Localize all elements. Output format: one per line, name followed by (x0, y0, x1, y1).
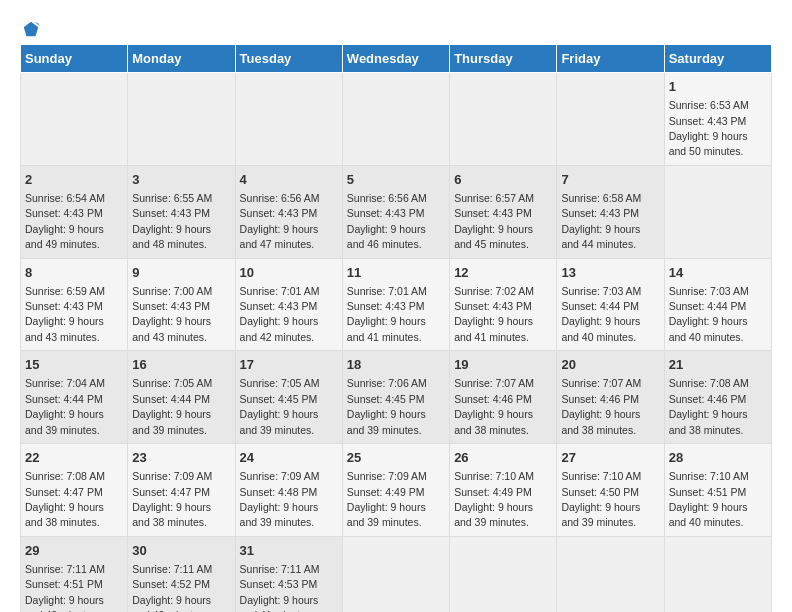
calendar-day-11: 11Sunrise: 7:01 AMSunset: 4:43 PMDayligh… (342, 258, 449, 351)
calendar-day-7: 7Sunrise: 6:58 AMSunset: 4:43 PMDaylight… (557, 165, 664, 258)
svg-marker-0 (24, 22, 38, 36)
calendar-day-3: 3Sunrise: 6:55 AMSunset: 4:43 PMDaylight… (128, 165, 235, 258)
calendar-day-12: 12Sunrise: 7:02 AMSunset: 4:43 PMDayligh… (450, 258, 557, 351)
calendar-day-25: 25Sunrise: 7:09 AMSunset: 4:49 PMDayligh… (342, 444, 449, 537)
column-header-saturday: Saturday (664, 45, 771, 73)
page-header (20, 20, 772, 34)
empty-cell (21, 73, 128, 166)
empty-cell (235, 73, 342, 166)
calendar-day-5: 5Sunrise: 6:56 AMSunset: 4:43 PMDaylight… (342, 165, 449, 258)
empty-cell (342, 73, 449, 166)
calendar-week-2: 2Sunrise: 6:54 AMSunset: 4:43 PMDaylight… (21, 165, 772, 258)
calendar-day-21: 21Sunrise: 7:08 AMSunset: 4:46 PMDayligh… (664, 351, 771, 444)
logo-icon (22, 20, 40, 38)
empty-cell (557, 536, 664, 612)
calendar-day-29: 29Sunrise: 7:11 AMSunset: 4:51 PMDayligh… (21, 536, 128, 612)
calendar-day-28: 28Sunrise: 7:10 AMSunset: 4:51 PMDayligh… (664, 444, 771, 537)
calendar-week-6: 29Sunrise: 7:11 AMSunset: 4:51 PMDayligh… (21, 536, 772, 612)
calendar-day-14: 14Sunrise: 7:03 AMSunset: 4:44 PMDayligh… (664, 258, 771, 351)
calendar-day-19: 19Sunrise: 7:07 AMSunset: 4:46 PMDayligh… (450, 351, 557, 444)
calendar-day-2: 2Sunrise: 6:54 AMSunset: 4:43 PMDaylight… (21, 165, 128, 258)
calendar-day-4: 4Sunrise: 6:56 AMSunset: 4:43 PMDaylight… (235, 165, 342, 258)
calendar-day-22: 22Sunrise: 7:08 AMSunset: 4:47 PMDayligh… (21, 444, 128, 537)
empty-cell (664, 536, 771, 612)
calendar-week-4: 15Sunrise: 7:04 AMSunset: 4:44 PMDayligh… (21, 351, 772, 444)
calendar-week-3: 8Sunrise: 6:59 AMSunset: 4:43 PMDaylight… (21, 258, 772, 351)
column-header-monday: Monday (128, 45, 235, 73)
calendar-day-9: 9Sunrise: 7:00 AMSunset: 4:43 PMDaylight… (128, 258, 235, 351)
calendar-day-17: 17Sunrise: 7:05 AMSunset: 4:45 PMDayligh… (235, 351, 342, 444)
calendar-day-24: 24Sunrise: 7:09 AMSunset: 4:48 PMDayligh… (235, 444, 342, 537)
calendar-header-row: SundayMondayTuesdayWednesdayThursdayFrid… (21, 45, 772, 73)
calendar-day-15: 15Sunrise: 7:04 AMSunset: 4:44 PMDayligh… (21, 351, 128, 444)
empty-cell (664, 165, 771, 258)
calendar-day-18: 18Sunrise: 7:06 AMSunset: 4:45 PMDayligh… (342, 351, 449, 444)
calendar-day-23: 23Sunrise: 7:09 AMSunset: 4:47 PMDayligh… (128, 444, 235, 537)
calendar-day-31: 31Sunrise: 7:11 AMSunset: 4:53 PMDayligh… (235, 536, 342, 612)
empty-cell (450, 536, 557, 612)
logo (20, 20, 40, 34)
calendar-day-30: 30Sunrise: 7:11 AMSunset: 4:52 PMDayligh… (128, 536, 235, 612)
column-header-friday: Friday (557, 45, 664, 73)
calendar-day-16: 16Sunrise: 7:05 AMSunset: 4:44 PMDayligh… (128, 351, 235, 444)
empty-cell (450, 73, 557, 166)
column-header-tuesday: Tuesday (235, 45, 342, 73)
calendar-day-20: 20Sunrise: 7:07 AMSunset: 4:46 PMDayligh… (557, 351, 664, 444)
calendar-day-27: 27Sunrise: 7:10 AMSunset: 4:50 PMDayligh… (557, 444, 664, 537)
calendar-day-1: 1Sunrise: 6:53 AMSunset: 4:43 PMDaylight… (664, 73, 771, 166)
empty-cell (128, 73, 235, 166)
calendar-day-10: 10Sunrise: 7:01 AMSunset: 4:43 PMDayligh… (235, 258, 342, 351)
calendar-week-5: 22Sunrise: 7:08 AMSunset: 4:47 PMDayligh… (21, 444, 772, 537)
calendar-day-6: 6Sunrise: 6:57 AMSunset: 4:43 PMDaylight… (450, 165, 557, 258)
calendar-day-13: 13Sunrise: 7:03 AMSunset: 4:44 PMDayligh… (557, 258, 664, 351)
calendar-day-8: 8Sunrise: 6:59 AMSunset: 4:43 PMDaylight… (21, 258, 128, 351)
empty-cell (342, 536, 449, 612)
calendar-week-1: 1Sunrise: 6:53 AMSunset: 4:43 PMDaylight… (21, 73, 772, 166)
calendar-day-26: 26Sunrise: 7:10 AMSunset: 4:49 PMDayligh… (450, 444, 557, 537)
empty-cell (557, 73, 664, 166)
column-header-sunday: Sunday (21, 45, 128, 73)
column-header-wednesday: Wednesday (342, 45, 449, 73)
calendar-table: SundayMondayTuesdayWednesdayThursdayFrid… (20, 44, 772, 612)
column-header-thursday: Thursday (450, 45, 557, 73)
